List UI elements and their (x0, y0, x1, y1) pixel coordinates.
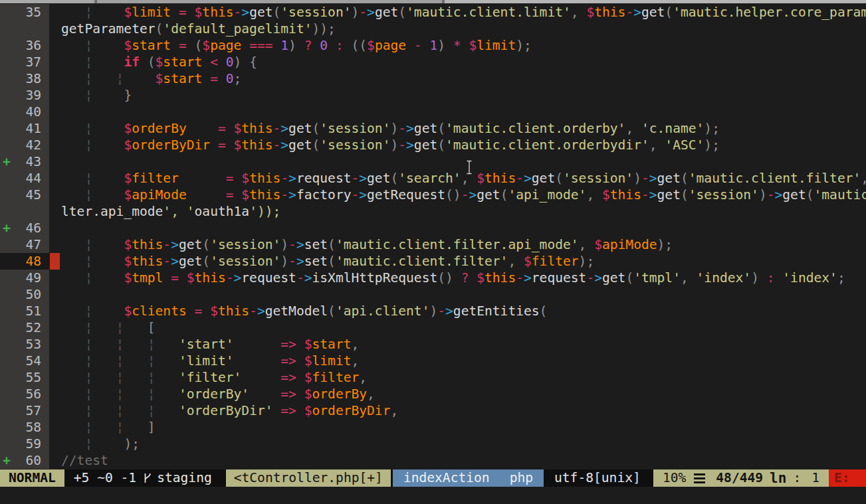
code-text[interactable]: ¦ ¦ ¦ 'limit' => $limit, (49, 353, 359, 369)
code-text[interactable]: ¦ ¦ ¦ 'start' => $start, (49, 336, 359, 353)
gutter: 35 (0, 4, 49, 21)
error-badge: E: (829, 469, 866, 487)
line-number: 50 (0, 286, 49, 303)
line-number: 35 (0, 4, 49, 21)
code-line-53: 53 ¦ ¦ ¦ 'start' => $start, (0, 336, 866, 353)
code-line-37: 37 ¦ if ($start < 0) { (0, 54, 866, 70)
line-number: 48 (0, 253, 49, 270)
code-text[interactable]: ¦ ¦ ¦ 'filter' => $filter, (49, 369, 367, 386)
cursor-column: 1 (812, 469, 819, 487)
code-line-35: 35 ¦ $limit = $this->get('session')->get… (0, 4, 866, 21)
code-line-50: 50 (0, 286, 866, 303)
code-line-59: 59 ¦ ); (0, 436, 866, 452)
code-text[interactable]: ¦ $orderByDir = $this->get('session')->g… (49, 137, 720, 153)
line-number: 47 (0, 236, 49, 253)
code-text[interactable]: ¦ ); (49, 436, 140, 452)
code-text[interactable]: ¦ $apiMode = $this->factory->getRequest(… (49, 187, 866, 203)
git-changes: +5 ~0 -1 (74, 469, 136, 487)
code-text[interactable]: ¦ $limit = $this->get('session')->get('m… (49, 4, 866, 21)
gutter: 36 (0, 37, 49, 54)
line-number: 52 (0, 319, 49, 336)
git-branch-icon (143, 472, 152, 484)
code-line-54: 54 ¦ ¦ ¦ 'limit' => $limit, (0, 353, 866, 369)
gutter: 58 (0, 419, 49, 436)
line-number: 42 (0, 137, 49, 153)
gutter: 53 (0, 336, 49, 353)
gutter: 45 (0, 187, 49, 203)
code-text[interactable]: //test (49, 452, 108, 469)
code-text[interactable] (49, 104, 61, 120)
gutter: 37 (0, 54, 49, 70)
code-line-41: 41 ¦ $orderBy = $this->get('session')->g… (0, 120, 866, 137)
gutter: 56 (0, 386, 49, 402)
code-text[interactable]: ¦ $this->get('session')->set('mautic.cli… (49, 253, 594, 270)
code-text[interactable]: ¦ $orderBy = $this->get('session')->get(… (49, 120, 720, 137)
code-text[interactable]: ¦ $this->get('session')->set('mautic.cli… (49, 236, 673, 253)
gutter (0, 203, 49, 220)
gutter: 51 (0, 303, 49, 319)
code-text[interactable]: ¦ ¦ [ (49, 319, 156, 336)
code-text[interactable]: ¦ $filter = $this->request->get('search'… (49, 170, 866, 187)
code-text[interactable]: ¦ $tmpl = $this->request->isXmlHttpReque… (49, 270, 845, 286)
line-number: 54 (0, 353, 49, 369)
gutter: 59 (0, 436, 49, 452)
line-number: 49 (0, 270, 49, 286)
line-number: 55 (0, 369, 49, 386)
function-context: indexAction php (393, 469, 544, 487)
scroll-percent: 10% (663, 469, 686, 487)
code-line-48: 48 ¦ $this->get('session')->set('mautic.… (0, 253, 866, 270)
line-number: 44 (0, 170, 49, 187)
window-top-edge (0, 0, 866, 3)
code-text[interactable]: ¦ ¦ ¦ 'orderByDir' => $orderByDir, (49, 402, 398, 419)
line-number: 36 (0, 37, 49, 54)
gutter: 57 (0, 402, 49, 419)
code-text[interactable]: lter.api_mode', 'oauth1a')); (49, 203, 280, 220)
line-number: 57 (0, 402, 49, 419)
git-added-sign: + (3, 153, 11, 170)
command-line[interactable] (0, 487, 866, 504)
line-number: 41 (0, 120, 49, 137)
line-number: 53 (0, 336, 49, 353)
filename: <tController.php[+] (226, 469, 391, 487)
current-function: indexAction (403, 469, 490, 487)
code-text[interactable]: ¦ $clients = $this->getModel('api.client… (49, 303, 547, 319)
vim-editor-window: 35 ¦ $limit = $this->get('session')->get… (0, 0, 866, 504)
code-line-44: 44 ¦ $filter = $this->request->get('sear… (0, 170, 866, 187)
gutter: 38 (0, 70, 49, 87)
gutter: 40 (0, 104, 49, 120)
gutter: 54 (0, 353, 49, 369)
line-number: 56 (0, 386, 49, 402)
code-text[interactable] (49, 153, 61, 170)
code-text[interactable]: getParameter('default_pagelimit')); (49, 21, 336, 37)
statusline: NORMAL +5 ~0 -1 staging <tController.php… (0, 469, 866, 487)
lines-icon (694, 473, 705, 483)
code-line-43: 43+ (0, 153, 866, 170)
line-number: 59 (0, 436, 49, 452)
code-line-36: 36 ¦ $start = ($page === 1) ? 0 : (($pag… (0, 37, 866, 54)
code-text[interactable]: ¦ ¦ ] (49, 419, 156, 436)
code-line-52: 52 ¦ ¦ [ (0, 319, 866, 336)
code-text[interactable]: ¦ if ($start < 0) { (49, 54, 257, 70)
code-text[interactable]: ¦ $start = ($page === 1) ? 0 : (($page -… (49, 37, 532, 54)
gutter: 48 (0, 253, 49, 270)
line-number: 58 (0, 419, 49, 436)
code-text[interactable]: ¦ ¦ $start = 0; (49, 70, 241, 87)
git-branch-name: staging (157, 469, 212, 487)
file-encoding: utf-8[unix] (544, 469, 651, 487)
gutter: 44 (0, 170, 49, 187)
code-line-40: 40 (0, 104, 866, 120)
code-text[interactable] (49, 220, 61, 236)
code-line-47: 47 ¦ $this->get('session')->set('mautic.… (0, 236, 866, 253)
code-line-49: 49 ¦ $tmpl = $this->request->isXmlHttpRe… (0, 270, 866, 286)
code-line-57: 57 ¦ ¦ ¦ 'orderByDir' => $orderByDir, (0, 402, 866, 419)
gutter: 55 (0, 369, 49, 386)
code-line-45: 45 ¦ $apiMode = $this->factory->getReque… (0, 187, 866, 203)
code-text[interactable] (49, 286, 61, 303)
code-text[interactable]: ¦ } (49, 87, 132, 104)
code-editor[interactable]: 35 ¦ $limit = $this->get('session')->get… (0, 4, 866, 469)
gutter: 50 (0, 286, 49, 303)
gutter: 46+ (0, 220, 49, 236)
code-text[interactable]: ¦ ¦ ¦ 'orderBy' => $orderBy, (49, 386, 375, 402)
code-line-wrap: getParameter('default_pagelimit')); (0, 21, 866, 37)
code-line-58: 58 ¦ ¦ ] (0, 419, 866, 436)
